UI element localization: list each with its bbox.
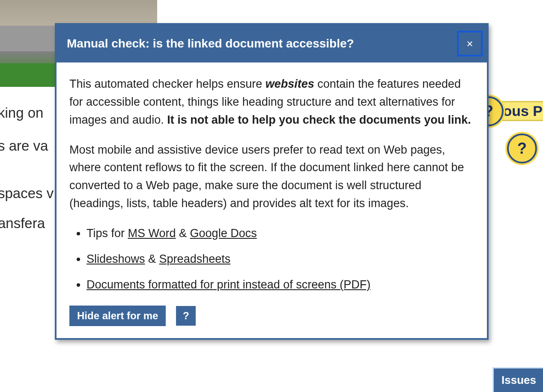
manual-check-dialog: Manual check: is the linked document acc…: [55, 23, 489, 340]
link-ms-word[interactable]: MS Word: [128, 227, 176, 240]
tips-list: Tips for MS Word & Google Docs Slideshow…: [69, 225, 474, 294]
list-item: Slideshows & Spreadsheets: [87, 250, 474, 268]
dialog-paragraph: Most mobile and assistive device users p…: [69, 141, 474, 213]
list-item: Tips for MS Word & Google Docs: [87, 225, 474, 243]
text: This automated checker helps ensure: [69, 77, 266, 90]
dialog-paragraph: This automated checker helps ensure webs…: [69, 75, 474, 129]
text: &: [145, 252, 159, 265]
link-slideshows[interactable]: Slideshows: [87, 252, 145, 265]
alert-badge[interactable]: ?: [507, 134, 537, 163]
link-spreadsheets[interactable]: Spreadsheets: [159, 252, 231, 265]
close-button[interactable]: ×: [457, 31, 483, 56]
help-button[interactable]: ?: [176, 306, 196, 326]
link-pdf-docs[interactable]: Documents formatted for print instead of…: [87, 278, 370, 291]
text: Tips for: [87, 227, 128, 240]
strong: It is not able to help you check the doc…: [167, 113, 471, 126]
emphasis: websites: [266, 77, 314, 90]
dialog-header: Manual check: is the linked document acc…: [57, 25, 487, 62]
close-icon: ×: [466, 37, 473, 50]
text-fragment: s are va: [0, 135, 54, 157]
link-google-docs[interactable]: Google Docs: [190, 227, 257, 240]
text-fragment: king on: [0, 102, 54, 125]
text-fragment: ansfera: [0, 212, 54, 235]
text-fragment: spaces v: [0, 182, 54, 205]
question-icon: ?: [183, 310, 189, 321]
page-body-text: king on s are va spaces v ansfera: [0, 102, 54, 235]
list-item: Documents formatted for print instead of…: [87, 276, 474, 294]
dialog-title: Manual check: is the linked document acc…: [67, 37, 354, 50]
issues-tab[interactable]: Issues: [492, 367, 543, 392]
text: &: [176, 227, 190, 240]
dialog-actions: Hide alert for me ?: [69, 306, 474, 326]
question-icon: ?: [517, 140, 527, 157]
highlighted-link-fragment[interactable]: ous P: [500, 101, 543, 121]
dialog-body: This automated checker helps ensure webs…: [57, 62, 487, 338]
hide-alert-button[interactable]: Hide alert for me: [69, 306, 166, 326]
